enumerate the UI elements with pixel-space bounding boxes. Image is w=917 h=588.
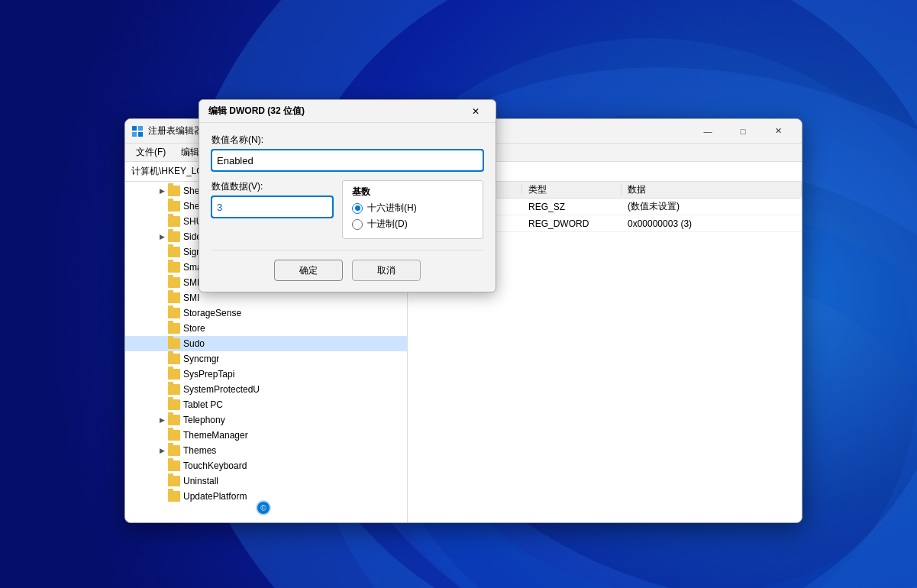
tree-item[interactable]: TouchKeyboard	[125, 458, 407, 473]
brand-watermark: © 系统极客	[256, 500, 321, 515]
col-header-type: 类型	[522, 183, 622, 196]
tree-item[interactable]: StorageSense	[125, 305, 407, 321]
regedit-icon	[131, 125, 144, 137]
base-label: 基数	[352, 186, 473, 199]
radio-dec-indicator	[352, 219, 363, 230]
brand-icon: ©	[256, 500, 271, 515]
folder-icon	[168, 445, 180, 456]
maximize-button[interactable]: □	[725, 119, 760, 144]
tree-item-label: Store	[183, 323, 205, 334]
value-data-col: 0x00000003 (3)	[622, 218, 802, 229]
name-field-label: 数值名称(N):	[211, 134, 483, 147]
brand-text: 系统极客	[276, 501, 321, 515]
cancel-button[interactable]: 取消	[352, 260, 421, 281]
dialog-buttons: 确定 取消	[211, 250, 483, 281]
dialog-data-row: 数值数据(V): 基数 十六进制(H) 十进制(D)	[211, 180, 483, 239]
tree-item[interactable]: ▶Telephony	[125, 412, 407, 428]
tree-item-label: Telephony	[183, 415, 225, 425]
data-input[interactable]	[211, 196, 333, 218]
svg-rect-1	[138, 126, 143, 131]
folder-icon	[168, 308, 180, 318]
window-controls: — □ ✕	[690, 119, 796, 144]
radio-dec[interactable]: 十进制(D)	[352, 218, 473, 231]
tree-arrow-icon: ▶	[156, 447, 168, 454]
radio-dec-label: 十进制(D)	[367, 218, 408, 231]
tree-arrow-icon: ▶	[156, 233, 168, 241]
folder-icon	[168, 231, 180, 242]
name-input[interactable]	[211, 150, 483, 171]
tree-item-label: Themes	[183, 445, 216, 456]
tree-item[interactable]: Syncmgr	[125, 351, 407, 367]
tree-item[interactable]: SysPrepTapi	[125, 367, 407, 382]
tree-item-label: SystemProtectedU	[183, 384, 260, 395]
tree-item[interactable]: ThemeManager	[125, 428, 407, 443]
folder-icon	[168, 292, 180, 303]
col-header-data: 数据	[622, 183, 802, 196]
tree-item[interactable]: SystemProtectedU	[125, 382, 407, 397]
radio-hex-label: 十六进制(H)	[367, 202, 417, 215]
value-type-col: REG_SZ	[522, 202, 622, 212]
folder-icon	[168, 247, 180, 257]
dialog-close-button[interactable]: ✕	[465, 102, 486, 121]
folder-icon	[168, 399, 180, 410]
folder-icon	[168, 476, 180, 486]
dialog-title-bar: 编辑 DWORD (32 位值) ✕	[199, 100, 496, 123]
menu-file[interactable]: 文件(F)	[130, 144, 172, 160]
tree-item-label: Sudo	[183, 338, 205, 349]
folder-icon	[168, 354, 180, 364]
tree-arrow-icon: ▶	[156, 187, 168, 195]
radio-hex-indicator	[352, 203, 363, 214]
tree-item[interactable]: Sudo	[125, 336, 407, 351]
tree-item[interactable]: Store	[125, 321, 407, 336]
tree-item-label: UpdatePlatform	[183, 491, 247, 502]
folder-icon	[168, 415, 180, 425]
close-button[interactable]: ✕	[760, 119, 796, 144]
dialog-title: 编辑 DWORD (32 位值)	[208, 105, 465, 118]
base-section: 基数 十六进制(H) 十进制(D)	[342, 180, 483, 239]
svg-rect-2	[132, 132, 137, 137]
folder-icon	[168, 323, 180, 334]
folder-icon	[168, 216, 180, 227]
folder-icon	[168, 277, 180, 288]
tree-item-label: SysPrepTapi	[183, 369, 234, 380]
tree-item-label: Uninstall	[183, 476, 218, 486]
tree-item-label: TouchKeyboard	[183, 460, 247, 471]
folder-icon	[168, 369, 180, 380]
value-section: 数值数据(V):	[211, 180, 333, 239]
folder-icon	[168, 201, 180, 212]
data-field-label: 数值数据(V):	[211, 180, 333, 193]
tree-item-label: Tablet PC	[183, 399, 223, 410]
svg-rect-3	[138, 132, 143, 137]
tree-item-label: ThemeManager	[183, 430, 248, 441]
minimize-button[interactable]: —	[690, 119, 725, 144]
tree-item[interactable]: Tablet PC	[125, 397, 407, 412]
folder-icon	[168, 491, 180, 502]
value-data-col: (数值未设置)	[622, 200, 802, 213]
tree-item[interactable]: ▶Themes	[125, 443, 407, 458]
folder-icon	[168, 338, 180, 349]
tree-item-label: SMI	[183, 292, 199, 303]
radio-hex[interactable]: 十六进制(H)	[352, 202, 473, 215]
folder-icon	[168, 186, 180, 196]
tree-item-label: Syncmgr	[183, 354, 219, 364]
folder-icon	[168, 460, 180, 471]
folder-icon	[168, 262, 180, 273]
tree-item[interactable]: Uninstall	[125, 473, 407, 489]
value-type-col: REG_DWORD	[522, 218, 622, 229]
dialog-body: 数值名称(N): 数值数据(V): 基数 十六进制(H) 十进制(D) 确定	[199, 123, 496, 292]
svg-rect-0	[132, 126, 137, 131]
tree-item[interactable]: SMI	[125, 290, 407, 305]
dword-dialog: 编辑 DWORD (32 位值) ✕ 数值名称(N): 数值数据(V): 基数 …	[199, 99, 496, 292]
tree-arrow-icon: ▶	[156, 416, 168, 424]
folder-icon	[168, 384, 180, 395]
folder-icon	[168, 430, 180, 441]
tree-item-label: StorageSense	[183, 308, 241, 318]
ok-button[interactable]: 确定	[274, 260, 343, 281]
